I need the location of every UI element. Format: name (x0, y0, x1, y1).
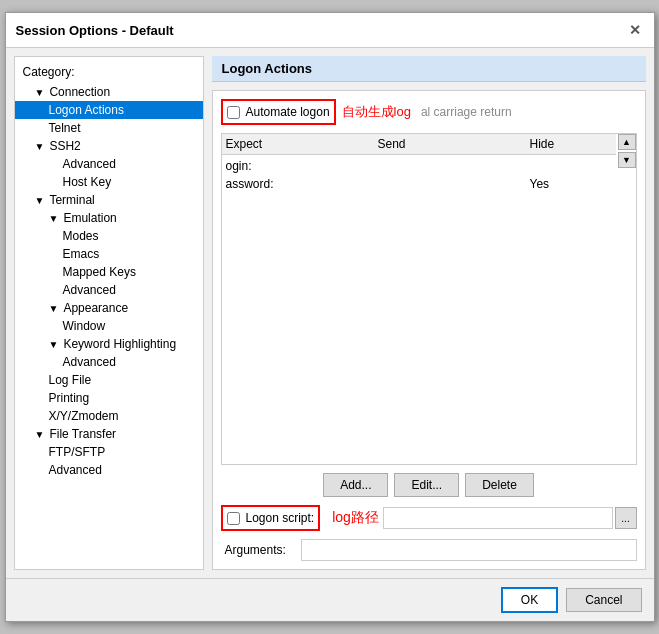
sidebar-item-label: Window (63, 319, 106, 333)
dialog-footer: OK Cancel (6, 578, 654, 621)
sidebar-item-label: Logon Actions (49, 103, 124, 117)
scroll-buttons: ▲ ▼ (618, 134, 636, 464)
cell-send (378, 177, 530, 191)
sidebar-item-window[interactable]: Window (15, 317, 203, 335)
cr-text: al carriage return (421, 105, 512, 119)
sidebar-item-label: Modes (63, 229, 99, 243)
cancel-button[interactable]: Cancel (566, 588, 641, 612)
sidebar-item-label: Advanced (63, 283, 116, 297)
automate-logon-container: Automate logon (221, 99, 336, 125)
sidebar-item-mapped-keys[interactable]: Mapped Keys (15, 263, 203, 281)
logon-script-label: Logon script: (246, 511, 315, 525)
toggle-icon: ▼ (49, 303, 59, 314)
sidebar-item-logon-actions[interactable]: Logon Actions (15, 101, 203, 119)
browse-button[interactable]: ... (615, 507, 637, 529)
cell-hide: Yes (530, 177, 590, 191)
session-options-dialog: Session Options - Default ✕ Category: ▼ … (5, 12, 655, 622)
category-panel: Category: ▼ Connection Logon Actions Tel… (14, 56, 204, 570)
sidebar-item-ssh2[interactable]: ▼ SSH2 (15, 137, 203, 155)
sidebar-item-log-file[interactable]: Log File (15, 371, 203, 389)
sidebar-item-label: Keyword Highlighting (63, 337, 176, 351)
automate-annotation: 自动生成log (342, 103, 411, 121)
sidebar-item-host-key[interactable]: Host Key (15, 173, 203, 191)
delete-button[interactable]: Delete (465, 473, 534, 497)
scroll-up-button[interactable]: ▲ (618, 134, 636, 150)
sidebar-item-label: Advanced (63, 157, 116, 171)
cell-expect: ogin: (226, 159, 378, 173)
sidebar-item-telnet[interactable]: Telnet (15, 119, 203, 137)
sidebar-item-label: Appearance (63, 301, 128, 315)
scroll-down-button[interactable]: ▼ (618, 152, 636, 168)
toggle-icon: ▼ (35, 195, 45, 206)
toggle-icon: ▼ (35, 429, 45, 440)
toggle-icon: ▼ (49, 339, 59, 350)
sidebar-item-label: SSH2 (49, 139, 80, 153)
sidebar-item-terminal[interactable]: ▼ Terminal (15, 191, 203, 209)
toggle-icon: ▼ (35, 141, 45, 152)
close-button[interactable]: ✕ (626, 21, 644, 39)
title-bar: Session Options - Default ✕ (6, 13, 654, 48)
sidebar-item-connection[interactable]: ▼ Connection (15, 83, 203, 101)
automate-logon-checkbox[interactable] (227, 106, 240, 119)
table-header: Expect Send Hide (222, 134, 616, 155)
sidebar-item-label: Host Key (63, 175, 112, 189)
sidebar-item-label: Terminal (49, 193, 94, 207)
action-buttons: Add... Edit... Delete (221, 473, 637, 497)
arguments-row: Arguments: (221, 539, 637, 561)
table-inner: Expect Send Hide ogin: (222, 134, 616, 464)
toggle-icon: ▼ (49, 213, 59, 224)
sidebar-item-label: FTP/SFTP (49, 445, 106, 459)
table-row[interactable]: ogin: (226, 157, 612, 175)
sidebar-item-modes[interactable]: Modes (15, 227, 203, 245)
sidebar-item-advanced-term[interactable]: Advanced (15, 281, 203, 299)
sidebar-item-label: Printing (49, 391, 90, 405)
table-row[interactable]: assword: Yes (226, 175, 612, 193)
col-send: Send (378, 137, 530, 151)
sidebar-item-label: Emulation (63, 211, 116, 225)
sidebar-item-advanced-ssh[interactable]: Advanced (15, 155, 203, 173)
sidebar-item-appearance[interactable]: ▼ Appearance (15, 299, 203, 317)
category-label: Category: (15, 61, 203, 83)
table-body: ogin: assword: Yes (222, 155, 616, 195)
automate-logon-label: Automate logon (246, 105, 330, 119)
dialog-body: Category: ▼ Connection Logon Actions Tel… (6, 48, 654, 578)
sidebar-item-file-transfer[interactable]: ▼ File Transfer (15, 425, 203, 443)
sidebar-item-emulation[interactable]: ▼ Emulation (15, 209, 203, 227)
add-button[interactable]: Add... (323, 473, 388, 497)
col-expect: Expect (226, 137, 378, 151)
sidebar-item-label: Telnet (49, 121, 81, 135)
cell-send (378, 159, 530, 173)
sidebar-item-label: Mapped Keys (63, 265, 136, 279)
sidebar-item-label: Connection (49, 85, 110, 99)
col-hide: Hide (530, 137, 590, 151)
cell-hide (530, 159, 590, 173)
sidebar-item-xyz-modem[interactable]: X/Y/Zmodem (15, 407, 203, 425)
cell-expect: assword: (226, 177, 378, 191)
sidebar-item-emacs[interactable]: Emacs (15, 245, 203, 263)
sidebar-item-label: Advanced (63, 355, 116, 369)
sidebar-item-ftp-sftp[interactable]: FTP/SFTP (15, 443, 203, 461)
sidebar-item-label: X/Y/Zmodem (49, 409, 119, 423)
toggle-icon: ▼ (35, 87, 45, 98)
col-scroll (590, 137, 612, 151)
logon-script-path-input[interactable] (383, 507, 613, 529)
section-header: Logon Actions (212, 56, 646, 82)
ok-button[interactable]: OK (501, 587, 558, 613)
sidebar-item-advanced-ft[interactable]: Advanced (15, 461, 203, 479)
logon-script-checkbox[interactable] (227, 512, 240, 525)
section-body: Automate logon 自动生成log al carriage retur… (212, 90, 646, 570)
content-panel: Logon Actions Automate logon 自动生成log al … (212, 56, 646, 570)
arguments-input[interactable] (301, 539, 637, 561)
sidebar-item-advanced-kw[interactable]: Advanced (15, 353, 203, 371)
sidebar-item-label: Emacs (63, 247, 100, 261)
sidebar-item-label: Advanced (49, 463, 102, 477)
sidebar-item-label: Log File (49, 373, 92, 387)
sidebar-item-label: File Transfer (49, 427, 116, 441)
sidebar-item-printing[interactable]: Printing (15, 389, 203, 407)
logon-script-container: Logon script: (221, 505, 321, 531)
edit-button[interactable]: Edit... (394, 473, 459, 497)
dialog-title: Session Options - Default (16, 23, 174, 38)
sidebar-item-keyword-highlighting[interactable]: ▼ Keyword Highlighting (15, 335, 203, 353)
logon-table: Expect Send Hide ogin: (221, 133, 637, 465)
logon-script-annotation: log路径 (332, 509, 379, 527)
